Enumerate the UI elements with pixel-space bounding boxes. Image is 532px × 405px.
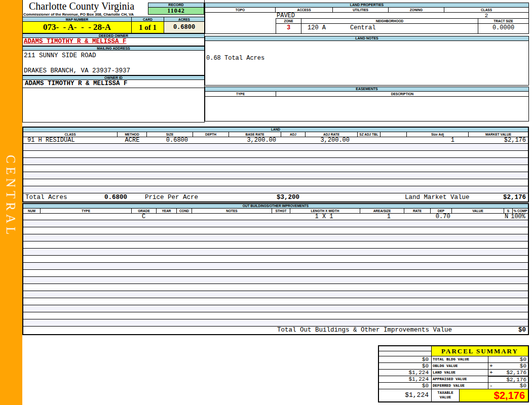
ob-empty-row xyxy=(23,234,528,241)
neighborhood-value: 120 ACentral xyxy=(301,24,478,33)
land-empty-row xyxy=(23,151,528,158)
land-col-base-rate: BASE RATE xyxy=(229,132,281,137)
easement-type-label: TYPE xyxy=(205,92,276,96)
ob-col-dep: DEP xyxy=(431,209,452,213)
land-col-adj-rate: ADJ RATE xyxy=(306,132,358,137)
easements-empty-body xyxy=(205,97,528,121)
ob-empty-row xyxy=(23,263,528,270)
land-col-size-adj: Size Adj xyxy=(407,132,469,137)
land-col-method: METHOD xyxy=(118,132,147,137)
land-properties-header-row: TOPO ACCESS UTILITIES ZONING CLASS xyxy=(205,8,528,13)
price-per-acre-value: $3,200 xyxy=(277,194,299,201)
ob-empty-row xyxy=(23,312,528,319)
out-buildings-total-value: $0 xyxy=(518,327,526,334)
ob-empty-row xyxy=(23,305,528,312)
taxable-value-label: TAXABLE VALUE xyxy=(432,389,460,401)
ob-empty-row xyxy=(23,298,528,305)
easements-header-row: TYPE DESCRIPTION xyxy=(205,92,528,97)
address-line-2: DRAKES BRANCH, VA 23937-3937 xyxy=(24,59,204,74)
ob-col-notes: NOTES xyxy=(192,209,272,213)
neighborhood-code: 120 A xyxy=(308,24,326,31)
land-notes-box: LAND NOTES 0.68 Total Acres xyxy=(205,36,529,86)
land-empty-row xyxy=(23,165,528,172)
record-value: 11042 xyxy=(148,8,204,15)
land-info-panel: LAND PROPERTIES TOPO ACCESS UTILITIES ZO… xyxy=(205,3,529,122)
utilities-label: UTILITIES xyxy=(333,8,389,12)
owner-panel: Charlotte County Virginia Commissioner o… xyxy=(22,0,205,123)
ob-empty-row xyxy=(23,249,528,256)
owner-id-value: ADAMS TIMOTHY R & MELISSA F xyxy=(23,80,204,88)
class-value: 2 xyxy=(444,13,528,19)
total-acres-value: 0.6800 xyxy=(104,194,127,201)
land-notes-text: 0.68 Total Acres xyxy=(205,41,528,85)
topo-label: TOPO xyxy=(205,8,276,12)
access-value: PAVED xyxy=(277,12,295,19)
easements-box: EASEMENTS TYPE DESCRIPTION xyxy=(205,87,529,122)
parcel-summary-title: PARCEL SUMMARY xyxy=(432,346,528,356)
owner-id-label: OWNER ID xyxy=(23,75,204,80)
easements-title: EASEMENTS xyxy=(205,87,528,92)
land-col-depth: DEPTH xyxy=(193,132,229,137)
zoning-label: ZONING xyxy=(389,8,444,12)
zone-neighborhood-box: ZONE NEIGHBORHOOD TRACT SIZE 3 120 ACent… xyxy=(276,18,528,33)
land-empty-row xyxy=(23,144,528,151)
ob-empty-row xyxy=(23,270,528,277)
access-label: ACCESS xyxy=(276,8,333,12)
ob-col-pct-comp: % COMP xyxy=(513,209,528,213)
out-buildings-row: C 1 X 1 1 0.70 N 100% xyxy=(23,214,528,220)
mailing-address-block: 211 SUNNY SIDE ROAD DRAKES BRANCH, VA 23… xyxy=(23,51,204,75)
ob-empty-row xyxy=(23,256,528,263)
zone-value-row: 3 120 ACentral 0.0000 xyxy=(276,24,528,33)
land-empty-row xyxy=(23,172,528,179)
district-name-vertical: CENTRAL xyxy=(4,155,18,238)
owner-panel-filler xyxy=(23,88,204,123)
out-buildings-table: OUT BUILDINGS/OTHER IMPROVEMENTS NUM TYP… xyxy=(22,203,529,335)
tract-size-value: 0.0000 xyxy=(478,24,528,33)
out-buildings-title: OUT BUILDINGS/OTHER IMPROVEMENTS xyxy=(23,204,528,209)
ob-empty-row xyxy=(23,241,528,249)
land-empty-row xyxy=(23,158,528,165)
land-market-value-label: Land Market Value xyxy=(405,194,470,201)
zone-label: ZONE xyxy=(276,19,301,23)
parcel-summary-header: PARCEL SUMMARY xyxy=(379,346,528,356)
summary-row-deferred: $0 DEFERRED VALUE -$0 xyxy=(379,383,528,389)
ob-col-sthgt: STHGT xyxy=(272,209,290,213)
ob-col-length-width: LENGTH X WIDTH xyxy=(290,209,360,213)
acres-value: 0.6800 xyxy=(164,22,204,33)
ob-col-year: YEAR xyxy=(157,209,177,213)
ob-col-type: TYPE xyxy=(41,209,132,213)
summary-row-taxable: $1,224 TAXABLE VALUE $2,176 xyxy=(379,389,528,401)
land-properties-value-row: PAVED 2 xyxy=(205,13,528,18)
summary-row-total-bldg: $0 TOTAL BLDG VALUE $0 xyxy=(379,356,528,363)
land-col-adj: ADJ xyxy=(281,132,306,137)
deeded-owner-label: DEEDED OWNER xyxy=(23,33,204,38)
land-notes-title: LAND NOTES xyxy=(205,36,528,41)
land-properties-box: LAND PROPERTIES TOPO ACCESS UTILITIES ZO… xyxy=(205,3,529,34)
ob-empty-row xyxy=(23,291,528,298)
map-number-value: 073- - A- - - 28-A xyxy=(23,22,132,33)
taxable-value: $2,176 xyxy=(460,389,528,401)
card-label: CARD xyxy=(132,17,164,21)
deeded-owner-value: ADAMS TIMOTHY R & MELISSA F xyxy=(23,38,204,46)
total-acres-label: Total Acres xyxy=(25,194,67,201)
land-table: LAND CLASS METHOD SIZE DEPTH BASE RATE A… xyxy=(22,127,529,202)
ob-col-num: NUM xyxy=(23,209,41,213)
land-totals-row: Total Acres 0.6800 Price Per Acre $3,200… xyxy=(23,193,528,201)
land-col-size: SIZE xyxy=(147,132,193,137)
land-empty-row xyxy=(23,179,528,186)
parcel-id-value-row: 073- - A- - - 28-A 1 of 1 0.6800 xyxy=(23,22,204,33)
class-label: CLASS xyxy=(444,8,528,12)
out-buildings-total-label: Total Out Buildings & Other Improvements… xyxy=(277,327,452,334)
county-header: Charlotte County Virginia Commissioner o… xyxy=(23,0,204,17)
ob-empty-row xyxy=(23,277,528,284)
ob-empty-row xyxy=(23,319,528,327)
ob-col-area-size: AREA/SIZE xyxy=(360,209,404,213)
summary-row-appraised: $1,224 APPRAISED VALUE $2,176 xyxy=(379,376,528,383)
ob-col-value: VALUE xyxy=(452,209,504,213)
land-col-blank xyxy=(381,132,407,137)
price-per-acre-label: Price Per Acre xyxy=(145,194,198,201)
ob-empty-row xyxy=(23,284,528,291)
summary-row-obldg: $0 OBLDG VALUE +$0 xyxy=(379,363,528,370)
easement-description-label: DESCRIPTION xyxy=(276,92,528,96)
address-line-1: 211 SUNNY SIDE ROAD xyxy=(24,51,204,59)
